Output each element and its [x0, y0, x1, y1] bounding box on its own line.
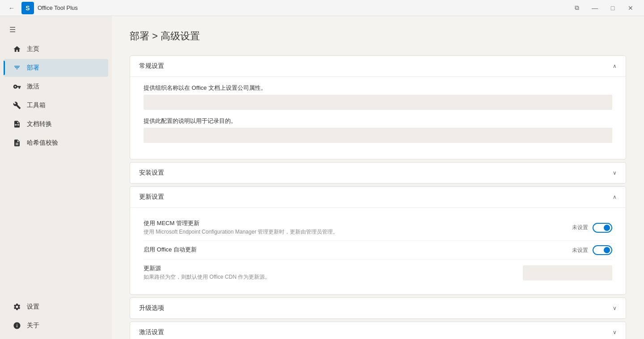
toggle-status-mecm: 未设置: [572, 224, 588, 231]
toggle-knob-mecm: [604, 225, 610, 231]
section-header-activation[interactable]: 激活设置 ∨: [130, 322, 626, 339]
hash-icon: [13, 138, 21, 147]
section-header-install[interactable]: 安装设置 ∨: [130, 163, 626, 183]
sidebar-item-label: 关于: [27, 322, 39, 330]
about-icon: [13, 321, 21, 330]
titlebar: ← S Office Tool Plus ⧉ — □ ✕: [0, 0, 644, 16]
home-icon: [13, 45, 21, 54]
field-group-org-name: 提供组织名称以在 Office 文档上设置公司属性。: [144, 84, 612, 110]
section-chevron-upgrade: ∨: [613, 305, 617, 311]
convert-icon: [13, 120, 21, 129]
toggle-right-auto-update: 未设置: [572, 245, 612, 255]
sidebar-item-label: 文档转换: [27, 120, 52, 128]
section-general: 常规设置 ∧ 提供组织名称以在 Office 文档上设置公司属性。 提供此配置的…: [130, 55, 626, 159]
section-header-upgrade[interactable]: 升级选项 ∨: [130, 298, 626, 318]
sidebar-item-label: 设置: [27, 303, 39, 311]
update-source-input[interactable]: [523, 265, 612, 280]
menu-toggle-button[interactable]: ☰: [4, 21, 21, 38]
toggle-desc-update-source: 如果路径为空，则默认使用 Office CDN 作为更新源。: [144, 273, 523, 281]
field-label-org-name: 提供组织名称以在 Office 文档上设置公司属性。: [144, 84, 612, 92]
section-chevron-activation: ∨: [613, 329, 617, 335]
activate-icon: [13, 82, 21, 91]
app-title: Office Tool Plus: [38, 4, 569, 11]
toggle-right-update-source: [523, 265, 612, 280]
sidebar-item-deploy[interactable]: 部署: [4, 59, 108, 77]
sidebar-bottom: 设置 关于: [0, 297, 112, 335]
sidebar-item-label: 工具箱: [27, 101, 46, 109]
toggle-row-update-source: 更新源 如果路径为空，则默认使用 Office CDN 作为更新源。: [144, 260, 612, 285]
toggle-info-update-source: 更新源 如果路径为空，则默认使用 Office CDN 作为更新源。: [144, 264, 523, 281]
section-header-general[interactable]: 常规设置 ∧: [130, 56, 626, 76]
toggle-title-mecm: 使用 MECM 管理更新: [144, 219, 572, 227]
app-logo: S: [21, 2, 34, 14]
sidebar-item-label: 激活: [27, 83, 39, 91]
section-title-install: 安装设置: [139, 169, 164, 177]
section-chevron-general: ∧: [613, 63, 617, 69]
close-button[interactable]: ✕: [623, 2, 639, 14]
pin-button[interactable]: ⧉: [569, 2, 585, 14]
page-title: 部署 > 高级设置: [130, 29, 626, 43]
maximize-button[interactable]: □: [605, 2, 621, 14]
toggle-switch-mecm[interactable]: [593, 223, 612, 233]
sidebar-item-label: 哈希值校验: [27, 139, 58, 147]
section-title-upgrade: 升级选项: [139, 304, 164, 312]
main-layout: ☰ 主页 部署 激活 工具箱 文档转换 哈希值校验 设置 关于: [0, 16, 644, 339]
section-chevron-install: ∨: [613, 170, 617, 176]
sidebar: ☰ 主页 部署 激活 工具箱 文档转换 哈希值校验 设置 关于: [0, 16, 112, 339]
sidebar-item-label: 主页: [27, 45, 39, 53]
section-title-activation: 激活设置: [139, 328, 164, 336]
field-input-org-name[interactable]: [144, 95, 612, 110]
section-upgrade: 升级选项 ∨: [130, 297, 626, 319]
deploy-icon: [13, 63, 21, 72]
toggle-title-update-source: 更新源: [144, 264, 523, 272]
sidebar-item-home[interactable]: 主页: [4, 40, 108, 58]
field-group-config-desc: 提供此配置的说明以用于记录目的。: [144, 117, 612, 143]
section-install: 安装设置 ∨: [130, 162, 626, 184]
toggle-desc-mecm: 使用 Microsoft Endpoint Configuration Mana…: [144, 228, 572, 236]
sidebar-item-hash[interactable]: 哈希值校验: [4, 134, 108, 152]
toggle-row-mecm: 使用 MECM 管理更新 使用 Microsoft Endpoint Confi…: [144, 215, 612, 241]
toggle-info-mecm: 使用 MECM 管理更新 使用 Microsoft Endpoint Confi…: [144, 219, 572, 236]
sidebar-item-settings[interactable]: 设置: [4, 298, 108, 316]
section-title-update: 更新设置: [139, 193, 164, 201]
toggle-knob-auto-update: [604, 247, 610, 253]
minimize-button[interactable]: —: [587, 2, 603, 14]
section-header-update[interactable]: 更新设置 ∧: [130, 187, 626, 207]
sidebar-item-about[interactable]: 关于: [4, 317, 108, 335]
section-update: 更新设置 ∧ 使用 MECM 管理更新 使用 Microsoft Endpoin…: [130, 186, 626, 295]
content-area: 部署 > 高级设置 常规设置 ∧ 提供组织名称以在 Office 文档上设置公司…: [112, 16, 644, 339]
toggle-status-auto-update: 未设置: [572, 247, 588, 254]
toggle-right-mecm: 未设置: [572, 223, 612, 233]
field-label-config-desc: 提供此配置的说明以用于记录目的。: [144, 117, 612, 125]
sidebar-item-label: 部署: [27, 64, 39, 72]
section-chevron-update: ∧: [613, 194, 617, 200]
toggle-row-auto-update: 启用 Office 自动更新 未设置: [144, 241, 612, 260]
hamburger-icon: ☰: [9, 25, 16, 34]
tools-icon: [13, 101, 21, 110]
back-button[interactable]: ←: [5, 2, 18, 14]
sidebar-item-tools[interactable]: 工具箱: [4, 96, 108, 114]
field-input-config-desc[interactable]: [144, 128, 612, 143]
window-controls: ⧉ — □ ✕: [569, 2, 639, 14]
section-title-general: 常规设置: [139, 62, 164, 70]
toggle-switch-auto-update[interactable]: [593, 245, 612, 255]
sidebar-item-activate[interactable]: 激活: [4, 78, 108, 96]
toggle-title-auto-update: 启用 Office 自动更新: [144, 246, 572, 254]
sidebar-item-convert[interactable]: 文档转换: [4, 115, 108, 133]
settings-icon: [13, 302, 21, 311]
toggle-info-auto-update: 启用 Office 自动更新: [144, 246, 572, 255]
section-activation: 激活设置 ∨: [130, 322, 626, 339]
